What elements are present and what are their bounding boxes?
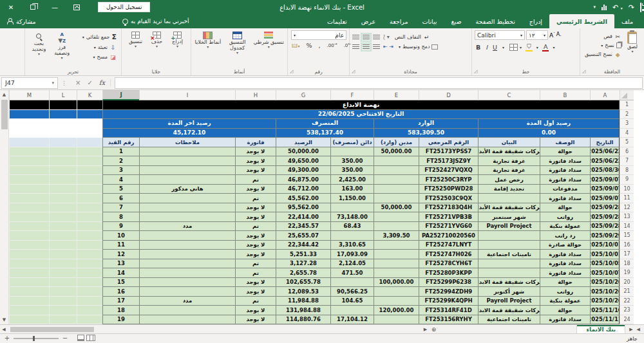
summary-label-cell[interactable]: رصيد اول المدة xyxy=(478,119,620,129)
table-column-header[interactable]: ملاحظات xyxy=(139,138,235,147)
table-cell[interactable]: FT253156RYHY xyxy=(419,315,478,325)
table-cell[interactable]: رد راتب xyxy=(540,231,590,241)
empty-cell[interactable] xyxy=(49,203,77,213)
table-cell[interactable]: Payroll Project xyxy=(478,222,540,232)
table-cell[interactable]: سداد فاتورة xyxy=(540,250,590,259)
table-cell[interactable]: FT25271VPB3B xyxy=(419,212,478,222)
table-cell[interactable]: رواتب xyxy=(540,212,590,222)
table-cell[interactable]: شركات شقيقة قمة الأبداع xyxy=(478,147,540,157)
empty-cell[interactable] xyxy=(9,110,49,120)
empty-cell[interactable] xyxy=(49,250,77,259)
table-cell[interactable]: 22,414.00 xyxy=(276,212,330,222)
table-cell[interactable] xyxy=(478,194,540,203)
table-cell[interactable]: هاني مدكور xyxy=(139,185,235,194)
page-layout-view-icon[interactable] xyxy=(77,335,84,341)
table-cell[interactable]: FT2527183Q4H xyxy=(419,203,478,213)
sort-filter-button[interactable]: AZ▼ فرز وتصفية▾ xyxy=(50,30,74,60)
table-cell[interactable]: 8 xyxy=(102,212,139,222)
empty-cell[interactable] xyxy=(9,297,49,306)
table-cell[interactable]: 2 xyxy=(102,156,139,166)
table-cell[interactable]: 49,300.00 xyxy=(276,166,330,176)
table-cell[interactable]: 68.43 xyxy=(330,222,374,232)
tell-me-box[interactable]: أخبرني بما تريد القيام به xyxy=(116,14,196,28)
empty-cell[interactable] xyxy=(9,194,49,203)
table-cell[interactable]: رواتب xyxy=(540,287,590,297)
row-header[interactable]: 20 xyxy=(620,278,634,288)
fill-button[interactable]: ⇩تعبئة ▾ xyxy=(73,43,118,51)
table-cell[interactable]: 131,984.88 xyxy=(276,306,330,315)
sign-in-button[interactable]: تسجيل الدخول xyxy=(98,2,150,12)
table-cell[interactable] xyxy=(330,278,374,288)
empty-cell[interactable] xyxy=(77,297,102,306)
empty-cell[interactable] xyxy=(77,185,102,194)
row-header[interactable]: 3 xyxy=(620,119,634,129)
table-cell[interactable] xyxy=(139,194,235,203)
empty-cell[interactable] xyxy=(77,147,102,157)
empty-cell[interactable] xyxy=(77,138,102,147)
ribbon-display-options-button[interactable] xyxy=(66,0,88,14)
empty-cell[interactable] xyxy=(9,222,49,232)
ribbon-tab[interactable]: مراجعة xyxy=(383,14,415,28)
table-cell[interactable]: سداد فاتورة xyxy=(540,166,590,176)
table-cell[interactable]: 16 xyxy=(102,287,139,297)
font-color-dropdown[interactable]: ▾ xyxy=(551,45,556,50)
empty-cell[interactable] xyxy=(9,166,49,176)
row-header[interactable]: 9 xyxy=(620,175,634,185)
increase-decimal-button[interactable]: .00→ xyxy=(326,42,339,48)
table-cell[interactable] xyxy=(330,306,374,315)
table-cell[interactable]: 50,000.00 xyxy=(374,203,419,213)
borders-button[interactable]: ▾ xyxy=(508,43,523,51)
table-cell[interactable]: لا يوجد xyxy=(235,287,276,297)
empty-cell[interactable] xyxy=(9,259,49,269)
percent-style-button[interactable]: % xyxy=(305,42,314,49)
accounting-format-button[interactable]: 🜲▾ xyxy=(290,42,301,49)
minimize-button[interactable]: — xyxy=(44,0,66,14)
table-column-header[interactable]: فاتورة xyxy=(235,138,276,147)
row-header[interactable]: 6 xyxy=(620,147,634,157)
vertical-scroll-thumb[interactable] xyxy=(1,100,8,129)
table-cell[interactable]: لا يوجد xyxy=(235,231,276,241)
vertical-scrollbar[interactable]: ▲ ▼ xyxy=(0,90,9,324)
sheet-nav-left-icon[interactable]: ▶ xyxy=(629,327,632,332)
table-cell[interactable]: 15 xyxy=(102,278,139,288)
row-header[interactable]: 7 xyxy=(620,156,634,166)
table-cell[interactable] xyxy=(330,203,374,213)
table-cell[interactable] xyxy=(374,241,419,250)
workbook-icon[interactable] xyxy=(601,4,607,10)
table-cell[interactable]: تجديد إقامة xyxy=(478,185,540,194)
empty-cell[interactable] xyxy=(9,185,49,194)
table-cell[interactable]: 2025/09/28 xyxy=(590,212,620,222)
empty-cell[interactable] xyxy=(9,250,49,259)
empty-cell[interactable] xyxy=(77,287,102,297)
empty-cell[interactable] xyxy=(49,212,77,222)
table-cell[interactable]: 2025/10/05 xyxy=(590,259,620,269)
table-cell[interactable]: 2025/10/26 xyxy=(590,287,620,297)
row-header[interactable]: 16 xyxy=(620,241,634,250)
fill-color-dropdown[interactable]: ▾ xyxy=(535,45,540,50)
table-cell[interactable]: 90,566.25 xyxy=(330,287,374,297)
zoom-slider-knob[interactable] xyxy=(33,336,35,341)
table-cell[interactable]: 2025/09/07 xyxy=(590,194,620,203)
empty-cell[interactable] xyxy=(9,287,49,297)
table-cell[interactable] xyxy=(374,297,419,306)
table-cell[interactable] xyxy=(374,194,419,203)
table-cell[interactable]: FT25299K4QPH xyxy=(419,297,478,306)
empty-cell[interactable] xyxy=(49,241,77,250)
comma-style-button[interactable]: , xyxy=(317,42,322,49)
table-cell[interactable]: 50,000.00 xyxy=(374,147,419,157)
empty-cell[interactable] xyxy=(49,138,77,147)
empty-cell[interactable] xyxy=(49,278,77,288)
row-header[interactable]: 15 xyxy=(620,231,634,241)
enter-icon[interactable]: ✓ xyxy=(87,79,92,86)
table-cell[interactable]: 3,127.28 xyxy=(276,259,330,269)
row-header[interactable]: 8 xyxy=(620,166,634,176)
table-cell[interactable]: لا يوجد xyxy=(235,212,276,222)
table-cell[interactable]: 14 xyxy=(102,268,139,278)
table-cell[interactable]: 7 xyxy=(102,203,139,213)
table-cell[interactable]: تم xyxy=(235,259,276,269)
table-cell[interactable] xyxy=(478,241,540,250)
font-color-button[interactable]: A xyxy=(542,43,549,51)
empty-cell[interactable] xyxy=(77,212,102,222)
column-header-F[interactable]: F xyxy=(330,90,374,100)
table-cell[interactable] xyxy=(374,222,419,232)
